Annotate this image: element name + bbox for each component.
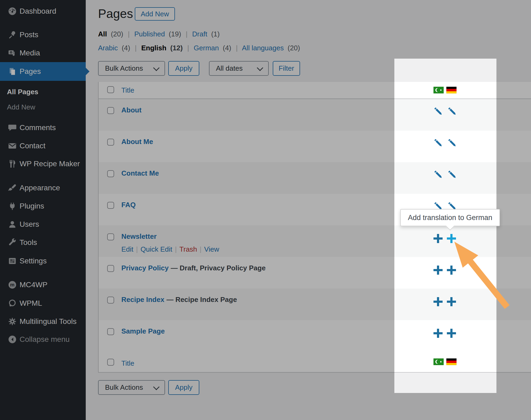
row-checkbox[interactable]: [107, 170, 114, 177]
sidebar-item-posts[interactable]: Posts: [0, 26, 86, 44]
translation-column-headers: [433, 87, 457, 93]
translation-status-icons: [433, 266, 456, 275]
sidebar-item-contact[interactable]: Contact: [0, 137, 86, 155]
sidebar-item-appearance[interactable]: Appearance: [0, 179, 86, 197]
filter-arabic-link[interactable]: Arabic: [98, 44, 118, 52]
translation-status-icons: [433, 107, 457, 116]
page-title-link[interactable]: Recipe Index: [121, 296, 164, 304]
row-actions: Edit|Quick Edit|Trash|View: [121, 245, 219, 253]
sidebar-item-wp-recipe-maker[interactable]: WP Recipe Maker: [0, 155, 86, 173]
edit-action-link[interactable]: Edit: [121, 245, 133, 253]
filter-all-link[interactable]: All: [98, 30, 107, 38]
row-checkbox[interactable]: [107, 233, 114, 240]
svg-text:m: m: [10, 282, 14, 287]
view-action-link[interactable]: View: [204, 245, 219, 253]
sidebar-item-pages[interactable]: Pages: [0, 62, 86, 81]
add-translation-plus-icon[interactable]: [433, 329, 443, 338]
title-column-footer[interactable]: Title: [121, 359, 134, 368]
gear-icon: [7, 316, 18, 327]
translation-status-icons: [433, 234, 456, 243]
arabic-flag-icon: [433, 87, 444, 93]
table-row-recipe-index: Recipe Index— Recipe Index Page: [99, 289, 531, 320]
sidebar-subitem-add-new[interactable]: Add New: [0, 100, 86, 115]
paintbrush-icon: [7, 183, 18, 193]
envelope-icon: [7, 141, 18, 151]
pushpin-icon: [7, 29, 18, 40]
translation-status-icons: [433, 138, 457, 148]
add-new-button[interactable]: Add New: [135, 7, 175, 21]
translation-status-icons: [433, 170, 457, 179]
settings-sliders-icon: [7, 256, 18, 266]
quick-edit-action-link[interactable]: Quick Edit: [141, 245, 173, 253]
edit-translation-pencil-icon[interactable]: [433, 107, 443, 116]
chevron-down-icon: [153, 65, 159, 71]
page-title-link[interactable]: Privacy Policy: [121, 264, 169, 272]
trash-action-link[interactable]: Trash: [180, 245, 197, 253]
add-translation-plus-icon-hovered[interactable]: [447, 234, 456, 243]
row-checkbox[interactable]: [107, 139, 114, 146]
media-icon: [7, 48, 18, 58]
filter-english-link[interactable]: English: [141, 44, 166, 52]
sidebar-item-collapse-menu[interactable]: Collapse menu: [0, 330, 86, 349]
translation-status-icons: [433, 297, 456, 306]
page-title-link[interactable]: Contact Me: [121, 169, 159, 177]
status-filter-links: All (20) | Published (19) | Draft (1): [98, 30, 220, 38]
add-translation-plus-icon[interactable]: [433, 234, 443, 243]
plug-icon: [7, 201, 18, 211]
row-checkbox[interactable]: [107, 265, 114, 272]
edit-translation-pencil-icon[interactable]: [447, 138, 457, 148]
sidebar-item-comments[interactable]: Comments: [0, 119, 86, 137]
add-translation-plus-icon[interactable]: [447, 297, 456, 306]
apply-button[interactable]: Apply: [168, 61, 199, 76]
fork-knife-icon: [7, 158, 18, 169]
page-title-link[interactable]: About: [121, 106, 141, 114]
wrench-icon: [7, 237, 18, 248]
arabic-flag-icon: [433, 358, 444, 365]
bulk-actions-select[interactable]: Bulk Actions: [98, 61, 165, 76]
table-row-sample-page: Sample Page: [99, 320, 531, 352]
sidebar-item-plugins[interactable]: Plugins: [0, 197, 86, 215]
filter-draft-link[interactable]: Draft: [192, 30, 207, 38]
filter-german-link[interactable]: German: [194, 44, 219, 52]
page-title-link[interactable]: About Me: [121, 138, 153, 146]
table-row-about: About: [99, 99, 531, 131]
row-checkbox[interactable]: [107, 107, 114, 114]
row-checkbox[interactable]: [107, 202, 114, 209]
select-all-checkbox[interactable]: [107, 86, 114, 93]
add-translation-plus-icon[interactable]: [433, 266, 443, 275]
sidebar-item-dashboard[interactable]: Dashboard: [0, 2, 86, 20]
title-column-header[interactable]: Title: [121, 86, 134, 94]
sidebar-item-wpml[interactable]: WPML: [0, 294, 86, 312]
sidebar-item-media[interactable]: Media: [0, 44, 86, 62]
filter-all-languages-link[interactable]: All languages: [242, 44, 284, 52]
row-checkbox[interactable]: [107, 297, 114, 304]
sidebar-item-mc4wp[interactable]: m MC4WP: [0, 276, 86, 294]
edit-translation-pencil-icon[interactable]: [433, 170, 443, 179]
pages-icon: [7, 66, 18, 77]
filter-published-link[interactable]: Published: [134, 30, 165, 38]
add-translation-plus-icon[interactable]: [447, 266, 456, 275]
sidebar-item-tools[interactable]: Tools: [0, 233, 86, 252]
sidebar-item-multilingual-tools[interactable]: Multilingual Tools: [0, 312, 86, 331]
pages-table: Title About About Me Contact Me: [98, 82, 531, 373]
page-title-link[interactable]: Sample Page: [121, 327, 165, 335]
apply-button-bottom[interactable]: Apply: [168, 380, 199, 395]
dashboard-icon: [7, 6, 18, 17]
sidebar-item-settings[interactable]: Settings: [0, 252, 86, 270]
page-status-suffix: — Draft, Privacy Policy Page: [171, 264, 266, 272]
page-title-link[interactable]: FAQ: [121, 201, 136, 209]
sidebar-item-users[interactable]: Users: [0, 215, 86, 233]
add-translation-plus-icon[interactable]: [447, 329, 456, 338]
row-checkbox[interactable]: [107, 328, 114, 335]
edit-translation-pencil-icon[interactable]: [433, 138, 443, 148]
edit-translation-pencil-icon[interactable]: [447, 170, 457, 179]
dates-filter-select[interactable]: All dates: [209, 61, 269, 76]
tooltip-add-translation: Add translation to German: [400, 209, 500, 226]
add-translation-plus-icon[interactable]: [433, 297, 443, 306]
bulk-actions-select-bottom[interactable]: Bulk Actions: [98, 380, 165, 395]
select-all-checkbox[interactable]: [107, 359, 114, 366]
page-title-link[interactable]: Newsletter: [121, 232, 157, 240]
filter-button[interactable]: Filter: [273, 61, 300, 76]
edit-translation-pencil-icon[interactable]: [447, 107, 457, 116]
sidebar-subitem-all-pages[interactable]: All Pages: [0, 84, 86, 99]
